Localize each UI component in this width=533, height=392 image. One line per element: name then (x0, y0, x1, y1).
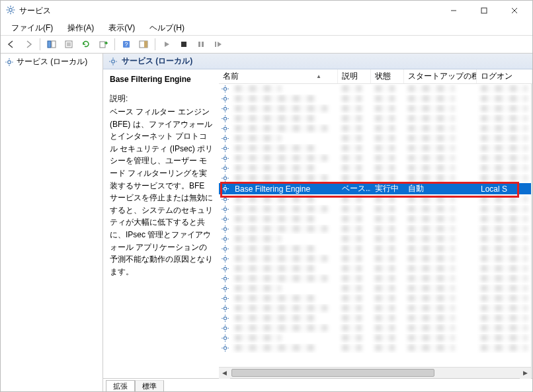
gear-icon (219, 314, 231, 323)
service-row[interactable] (219, 274, 531, 284)
start-service-button[interactable] (159, 37, 175, 52)
service-row[interactable] (219, 194, 531, 204)
service-row[interactable] (219, 94, 531, 104)
svg-line-6 (13, 11, 14, 13)
service-row[interactable] (219, 204, 531, 214)
column-status[interactable]: 状態 (371, 69, 404, 83)
svg-point-73 (224, 157, 226, 159)
service-row[interactable] (219, 124, 531, 134)
svg-point-68 (224, 147, 226, 149)
forward-button[interactable] (20, 37, 36, 52)
column-name[interactable]: 名前▲ (219, 69, 338, 83)
scroll-left-button[interactable]: ◀ (219, 368, 230, 379)
service-rows: Base Filtering Engineベース...実行中自動Local S (219, 84, 531, 367)
svg-point-58 (224, 127, 226, 130)
svg-point-158 (224, 327, 226, 329)
horizontal-scrollbar[interactable]: ◀ ▶ (219, 367, 531, 378)
service-row[interactable] (219, 163, 531, 173)
cell-status: 実行中 (371, 183, 404, 194)
detail-title: Base Filtering Engine (110, 75, 214, 84)
service-row[interactable] (219, 284, 531, 294)
svg-point-113 (224, 237, 226, 240)
tab-standard[interactable]: 標準 (135, 380, 164, 392)
service-row[interactable] (219, 303, 531, 313)
column-description[interactable]: 説明 (338, 69, 371, 83)
svg-line-7 (7, 11, 9, 13)
service-row[interactable] (219, 104, 531, 114)
svg-point-163 (224, 336, 226, 339)
service-row-selected[interactable]: Base Filtering Engineベース...実行中自動Local S (219, 183, 531, 194)
gear-icon (219, 294, 231, 303)
service-row[interactable] (219, 143, 531, 153)
service-row[interactable] (219, 313, 531, 323)
gear-icon (219, 235, 231, 243)
cell-name: Base Filtering Engine (231, 184, 338, 194)
menu-help[interactable]: ヘルプ(H) (143, 21, 191, 35)
service-row[interactable] (219, 254, 531, 264)
svg-point-128 (224, 267, 226, 270)
service-row[interactable] (219, 114, 531, 124)
service-row[interactable] (219, 323, 531, 333)
svg-point-33 (112, 59, 115, 63)
tree-root-item[interactable]: サービス (ローカル) (1, 55, 102, 69)
service-row[interactable] (219, 153, 531, 163)
service-row[interactable] (219, 264, 531, 274)
column-headers: 名前▲ 説明 状態 スタートアップの種類 ログオン (219, 69, 532, 84)
svg-line-5 (7, 7, 9, 8)
service-row[interactable] (219, 294, 531, 303)
action-pane-button[interactable] (136, 37, 151, 52)
menu-action[interactable]: 操作(A) (61, 21, 101, 35)
refresh-button[interactable] (78, 37, 94, 52)
gear-icon (219, 95, 231, 103)
tree-root-label: サービス (ローカル) (17, 56, 87, 67)
column-logon[interactable]: ログオン (477, 69, 532, 83)
svg-rect-10 (481, 8, 487, 13)
show-hide-tree-button[interactable] (44, 37, 60, 52)
service-row[interactable] (219, 84, 531, 94)
restart-service-button[interactable] (210, 37, 226, 52)
detail-pane: Base Filtering Engine 説明: ベース フィルター エンジン… (103, 69, 219, 378)
gear-icon (219, 205, 231, 214)
menu-file[interactable]: ファイル(F) (5, 21, 60, 35)
gear-icon (219, 255, 231, 263)
svg-point-43 (224, 97, 226, 100)
service-row[interactable] (219, 214, 531, 224)
help-button[interactable]: ? (118, 37, 134, 52)
service-row[interactable] (219, 224, 531, 234)
export-button[interactable] (95, 37, 111, 52)
svg-rect-19 (100, 42, 105, 48)
svg-rect-25 (198, 42, 200, 47)
maximize-button[interactable] (469, 1, 499, 20)
gear-icon (219, 245, 231, 253)
minimize-button[interactable] (438, 1, 469, 20)
stop-service-button[interactable] (176, 37, 192, 52)
tab-extended[interactable]: 拡張 (106, 380, 135, 392)
main-split: サービス (ローカル) サービス (ローカル) Base Filtering E… (1, 54, 532, 391)
close-button[interactable] (499, 1, 530, 20)
svg-line-8 (13, 7, 14, 8)
service-row[interactable] (219, 173, 531, 183)
service-row[interactable] (219, 234, 531, 244)
scroll-right-button[interactable]: ▶ (520, 368, 531, 379)
titlebar: サービス (1, 1, 532, 20)
tree-pane: サービス (ローカル) (1, 54, 103, 391)
svg-text:?: ? (124, 41, 128, 48)
service-row[interactable] (219, 134, 531, 143)
svg-point-138 (224, 287, 226, 290)
service-row[interactable] (219, 343, 531, 353)
gear-icon (219, 195, 231, 204)
back-button[interactable] (3, 37, 19, 52)
service-row[interactable] (219, 244, 531, 254)
gear-icon (219, 184, 231, 193)
menu-view[interactable]: 表示(V) (102, 21, 142, 35)
service-row[interactable] (219, 333, 531, 343)
svg-point-0 (9, 8, 13, 11)
column-startup[interactable]: スタートアップの種類 (404, 69, 477, 83)
svg-rect-27 (215, 42, 216, 47)
pause-service-button[interactable] (193, 37, 209, 52)
properties-button[interactable] (61, 37, 77, 52)
svg-rect-14 (52, 41, 56, 48)
gear-icon (219, 85, 231, 93)
list-pane: 名前▲ 説明 状態 スタートアップの種類 ログオン Base Filtering… (219, 69, 532, 378)
svg-rect-13 (48, 41, 51, 48)
